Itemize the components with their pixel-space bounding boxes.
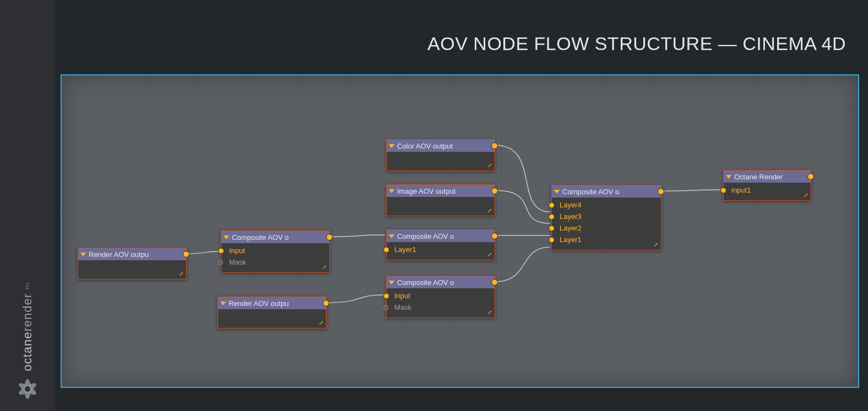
node-composite-aov-1[interactable]: Composite AOV o Input Mask ⤢ [221, 231, 330, 273]
node-input-row[interactable]: Layer4 [552, 199, 661, 211]
resize-handle-icon[interactable]: ⤢ [321, 264, 328, 271]
node-title: Composite AOV o [562, 188, 619, 196]
resize-handle-icon[interactable]: ⤢ [802, 192, 809, 199]
output-port[interactable] [491, 233, 498, 239]
chevron-down-icon[interactable] [726, 175, 731, 179]
resize-handle-icon[interactable]: ⤢ [653, 242, 659, 248]
node-header[interactable]: Image AOV output [387, 185, 495, 197]
port-label: Layer4 [560, 201, 582, 209]
output-port[interactable] [326, 234, 333, 240]
node-header[interactable]: Composite AOV o [387, 230, 495, 242]
output-port[interactable] [491, 279, 498, 286]
input-port[interactable] [549, 213, 555, 220]
output-port[interactable] [807, 173, 814, 180]
output-port[interactable] [183, 251, 189, 257]
input-port[interactable] [720, 187, 726, 193]
node-composite-aov-3[interactable]: Composite AOV o Input Mask ⤢ [386, 276, 495, 318]
chevron-down-icon[interactable] [224, 235, 229, 239]
node-header[interactable]: Composite AOV o [552, 185, 661, 198]
node-input-row[interactable]: Mask [387, 302, 495, 313]
resize-handle-icon[interactable]: ⤢ [486, 162, 493, 169]
input-port[interactable] [549, 237, 555, 243]
svg-point-3 [25, 386, 30, 392]
node-input-row[interactable]: Layer3 [552, 211, 661, 222]
chevron-down-icon[interactable] [389, 281, 394, 284]
node-input-row[interactable]: input1 [724, 184, 811, 196]
node-color-aov-output[interactable]: Color AOV output ⤢ [386, 139, 495, 171]
input-port[interactable] [218, 260, 223, 265]
node-input-row[interactable]: Layer2 [552, 222, 661, 234]
port-label: Mask [394, 303, 411, 311]
port-label: Input [394, 292, 410, 300]
node-header[interactable]: Color AOV output [387, 140, 495, 152]
input-port[interactable] [549, 225, 555, 231]
node-composite-aov-2[interactable]: Composite AOV o Layer1 ⤢ [386, 229, 495, 260]
octane-logo-icon [17, 378, 39, 400]
output-port[interactable] [491, 188, 498, 194]
node-canvas[interactable]: Render AOV outpu ⤢ Composite AOV o Input [62, 75, 858, 387]
input-port[interactable] [383, 293, 389, 299]
chevron-down-icon[interactable] [220, 302, 226, 305]
port-label: Layer3 [560, 212, 582, 221]
octane-logo: TM octanerender [17, 235, 39, 400]
output-port[interactable] [323, 300, 329, 306]
node-title: Composite AOV o [397, 278, 454, 287]
node-header[interactable]: Composite AOV o [387, 276, 495, 288]
chevron-down-icon[interactable] [554, 190, 560, 194]
input-port[interactable] [218, 248, 224, 254]
node-octane-render[interactable]: Octane Render input1 ⤢ [723, 170, 811, 201]
node-render-aov-output-2[interactable]: Render AOV outpu ⤢ [218, 297, 327, 328]
resize-handle-icon[interactable]: ⤢ [178, 271, 185, 277]
input-port[interactable] [383, 305, 388, 310]
node-title: Image AOV output [397, 187, 455, 195]
sidebar: TM octanerender [0, 0, 55, 411]
node-header[interactable]: Octane Render [724, 171, 811, 183]
node-composite-aov-4[interactable]: Composite AOV o Layer4 Layer3 Layer2 [551, 185, 661, 250]
resize-handle-icon[interactable]: ⤢ [318, 320, 324, 326]
chevron-down-icon[interactable] [389, 144, 394, 148]
node-input-row[interactable]: Layer1 [387, 244, 495, 255]
chevron-down-icon[interactable] [389, 234, 394, 238]
chevron-down-icon[interactable] [80, 253, 86, 256]
node-title: Composite AOV o [397, 232, 454, 240]
node-title: Octane Render [734, 173, 783, 181]
node-input-row[interactable]: Input [387, 290, 495, 302]
output-port[interactable] [658, 188, 664, 195]
resize-handle-icon[interactable]: ⤢ [486, 309, 493, 316]
output-port[interactable] [491, 143, 498, 149]
node-render-aov-output-1[interactable]: Render AOV outpu ⤢ [78, 248, 187, 280]
input-port[interactable] [383, 246, 389, 253]
port-label: Input [229, 246, 245, 255]
node-header[interactable]: Composite AOV o [221, 231, 329, 243]
port-label: Mask [229, 258, 246, 266]
port-label: Layer1 [560, 235, 582, 244]
port-label: input1 [731, 186, 751, 194]
node-title: Render AOV outpu [89, 250, 149, 259]
page-title: AOV NODE FLOW STRUCTURE — CINEMA 4D [427, 33, 846, 54]
node-canvas-frame: Render AOV outpu ⤢ Composite AOV o Input [61, 74, 859, 388]
node-input-row[interactable]: Input [221, 245, 329, 256]
node-header[interactable]: Render AOV outpu [218, 297, 326, 309]
resize-handle-icon[interactable]: ⤢ [486, 251, 493, 258]
node-title: Color AOV output [397, 142, 453, 150]
node-input-row[interactable]: Layer1 [552, 234, 661, 245]
chevron-down-icon[interactable] [389, 189, 394, 193]
node-input-row[interactable]: Mask [221, 256, 329, 268]
node-image-aov-output[interactable]: Image AOV output ⤢ [386, 184, 495, 216]
node-title: Composite AOV o [232, 233, 289, 242]
input-port[interactable] [549, 202, 555, 208]
logo-tm: TM [25, 283, 30, 290]
port-label: Layer2 [560, 224, 582, 232]
resize-handle-icon[interactable]: ⤢ [486, 207, 493, 214]
logo-text: octanerender [20, 293, 35, 371]
node-header[interactable]: Render AOV outpu [78, 248, 186, 260]
node-title: Render AOV outpu [229, 299, 289, 308]
port-label: Layer1 [394, 245, 416, 254]
